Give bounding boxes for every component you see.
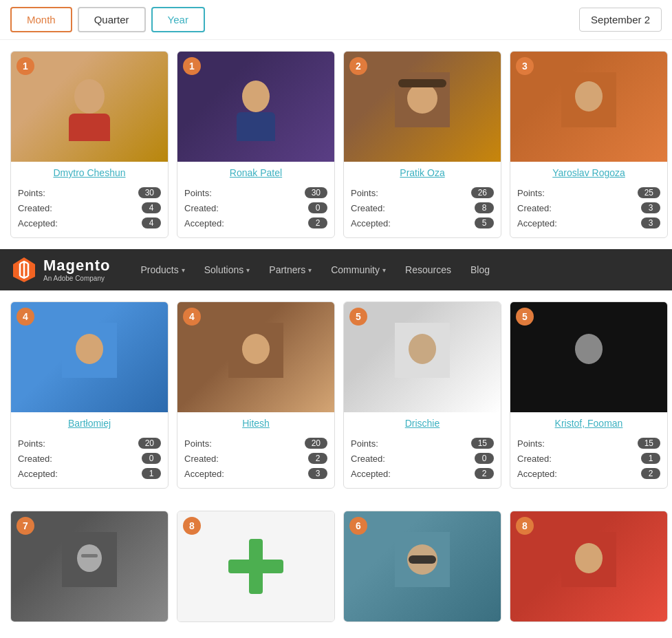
svg-rect-1 [69, 114, 110, 141]
card-name-yaroslav[interactable]: Yaroslav Rogoza [510, 162, 667, 181]
accepted-value-pratik: 5 [475, 217, 494, 228]
nav-item-products[interactable]: Products ▾ [131, 249, 194, 290]
stat-accepted-bart: Accepted: 1 [18, 466, 161, 481]
card-row3-1: 7 [10, 511, 169, 622]
accepted-label: Accepted: [184, 469, 224, 479]
card-name-kristof[interactable]: Kristof, Fooman [510, 412, 667, 432]
rank-badge-5a: 5 [349, 308, 367, 326]
stat-points-kristof: Points: 15 [517, 436, 660, 451]
points-value-drischie: 15 [471, 438, 494, 449]
card-image-row3-4 [510, 511, 667, 621]
stat-accepted-kristof: Accepted: 2 [517, 466, 660, 481]
chevron-down-icon-solutions: ▾ [246, 266, 250, 274]
card-stats-yaroslav: Points: 25 Created: 3 Accepted: 3 [510, 181, 667, 237]
accepted-label: Accepted: [351, 469, 391, 479]
svg-point-14 [409, 334, 436, 364]
plus-icon [225, 535, 287, 597]
created-label: Created: [351, 454, 385, 464]
nav-items: Products ▾ Solutions ▾ Partners ▾ Commun… [131, 249, 499, 290]
card-stats-kristof: Points: 15 Created: 1 Accepted: 2 [510, 432, 667, 488]
accepted-value-yaroslav: 3 [641, 217, 660, 228]
rank-badge-4b: 4 [183, 308, 201, 326]
card-name-hitesh[interactable]: Hitesh [177, 412, 334, 432]
created-label: Created: [517, 203, 552, 213]
nav-item-partners[interactable]: Partners ▾ [259, 249, 321, 290]
accepted-value-ronak: 2 [308, 217, 327, 228]
top-bar: Month Quarter Year September 2 [0, 0, 672, 40]
card-image-row3-3 [344, 511, 501, 621]
rank-badge-6: 6 [349, 517, 367, 535]
points-label: Points: [184, 438, 212, 449]
rank-badge-8b: 8 [516, 517, 534, 535]
stat-accepted-dmytro: Accepted: 4 [18, 215, 161, 231]
nav-item-solutions[interactable]: Solutions ▾ [195, 249, 260, 290]
card-image-dmytro [11, 52, 168, 162]
svg-point-0 [74, 79, 105, 114]
card-name-dmytro[interactable]: Dmytro Cheshun [11, 162, 168, 181]
created-value-hitesh: 2 [308, 453, 327, 464]
chevron-down-icon-products: ▾ [182, 266, 185, 274]
rank-badge-3: 3 [516, 57, 534, 75]
points-label: Points: [184, 188, 212, 198]
card-stats-pratik: Points: 26 Created: 8 Accepted: 5 [344, 181, 501, 237]
accepted-label: Accepted: [18, 469, 58, 479]
nav-label-products: Products [140, 264, 178, 275]
card-image-row3-1 [11, 511, 168, 621]
card-name-pratik[interactable]: Pratik Oza [344, 162, 501, 181]
stat-created-dmytro: Created: 4 [18, 200, 161, 215]
created-value-bart: 0 [142, 453, 161, 464]
card-name-ronak[interactable]: Ronak Patel [177, 162, 334, 181]
accepted-label: Accepted: [184, 218, 224, 228]
rank-badge-5b: 5 [516, 308, 534, 326]
date-display: September 2 [579, 8, 662, 32]
svg-point-2 [242, 81, 270, 112]
month-button[interactable]: Month [10, 7, 72, 32]
stat-points-hitesh: Points: 20 [184, 436, 327, 451]
rank-badge-1a: 1 [17, 57, 34, 75]
points-label: Points: [517, 438, 545, 449]
nav-label-community: Community [331, 264, 380, 275]
card-drischie: 5 Drischie Points: 15 Created: 0 Accepte… [343, 301, 501, 489]
card-image-ronak [177, 52, 334, 162]
card-stats-ronak: Points: 30 Created: 0 Accepted: 2 [177, 181, 334, 237]
year-button[interactable]: Year [151, 7, 205, 32]
card-image-yaroslav [510, 52, 667, 162]
card-name-bart[interactable]: Bartłomiej [11, 412, 168, 432]
nav-label-solutions: Solutions [204, 264, 244, 275]
card-stats-drischie: Points: 15 Created: 0 Accepted: 2 [344, 432, 501, 488]
accepted-label: Accepted: [517, 218, 557, 228]
created-label: Created: [184, 454, 219, 464]
card-image-bart [11, 302, 168, 412]
points-label: Points: [18, 188, 45, 198]
stat-created-hitesh: Created: 2 [184, 451, 327, 466]
magento-navbar: Magento An Adobe Company Products ▾ Solu… [0, 249, 672, 290]
card-stats-hitesh: Points: 20 Created: 2 Accepted: 3 [177, 432, 334, 488]
created-label: Created: [18, 203, 52, 213]
accepted-label: Accepted: [18, 218, 58, 228]
created-value-yaroslav: 3 [641, 202, 660, 213]
stat-points-ronak: Points: 30 [184, 185, 327, 200]
card-bart: 4 Bartłomiej Points: 20 Created: 0 Accep… [10, 301, 169, 489]
card-name-drischie[interactable]: Drischie [344, 412, 501, 432]
stat-points-bart: Points: 20 [18, 436, 161, 451]
created-value-kristof: 1 [641, 453, 660, 464]
accepted-value-bart: 1 [142, 468, 161, 479]
quarter-button[interactable]: Quarter [78, 7, 146, 32]
svg-point-10 [76, 334, 103, 364]
card-row3-4: 8 [510, 511, 668, 622]
created-label: Created: [184, 203, 219, 213]
nav-item-community[interactable]: Community ▾ [321, 249, 395, 290]
svg-point-18 [77, 544, 102, 572]
stat-created-drischie: Created: 0 [351, 451, 494, 466]
card-image-row3-2 [177, 511, 334, 621]
accepted-label: Accepted: [351, 218, 391, 228]
stat-created-ronak: Created: 0 [184, 200, 327, 215]
nav-item-resources[interactable]: Resources [395, 249, 461, 290]
card-row3-3: 6 [343, 511, 501, 622]
stat-points-drischie: Points: 15 [351, 436, 494, 451]
accepted-value-drischie: 2 [475, 468, 494, 479]
nav-item-blog[interactable]: Blog [461, 249, 499, 290]
magento-logo[interactable]: Magento An Adobe Company [10, 256, 110, 284]
nav-label-partners: Partners [269, 264, 305, 275]
points-value-dmytro: 30 [138, 187, 161, 198]
